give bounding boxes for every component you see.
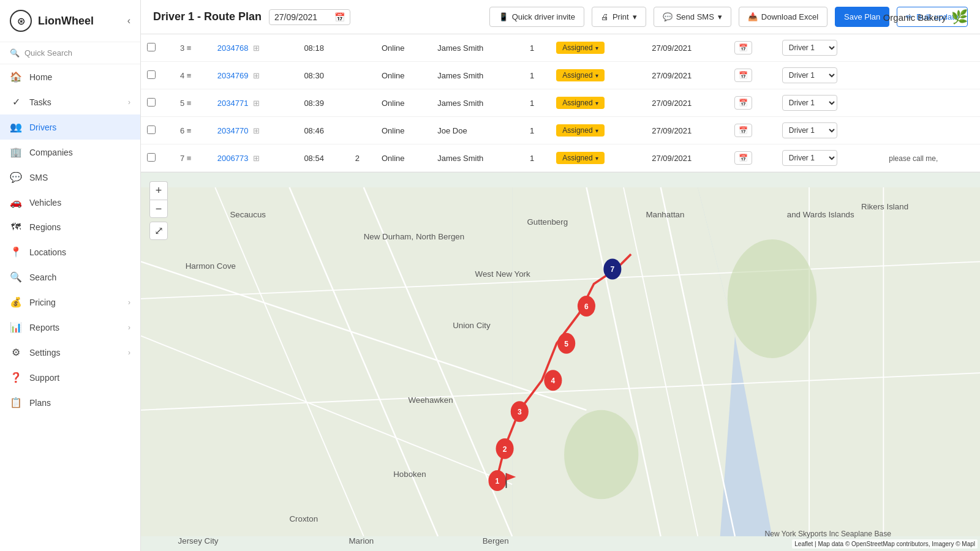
load-count-cell: 2 xyxy=(349,144,375,172)
route-table-section: 3 ≡ 2034768 ⊞ 08:18 Online James Smith 1… xyxy=(141,34,980,173)
row-calendar-button[interactable]: 📅 xyxy=(734,41,752,54)
calendar-icon[interactable]: 📅 xyxy=(334,12,345,22)
sidebar-item-locations[interactable]: 📍 Locations xyxy=(0,239,140,264)
companies-icon: 🏢 xyxy=(10,146,22,158)
row-calendar-button[interactable]: 📅 xyxy=(734,151,752,165)
row-checkbox[interactable] xyxy=(147,98,156,107)
driver-select[interactable]: Driver 1 xyxy=(782,40,837,56)
assigned-badge[interactable]: Assigned ▾ xyxy=(556,42,604,54)
print-icon: 🖨 xyxy=(601,12,609,21)
sidebar-label-support: Support xyxy=(29,373,59,383)
sidebar-item-regions[interactable]: 🗺 Regions xyxy=(0,215,140,239)
row-checkbox[interactable] xyxy=(147,126,156,134)
table-row: 7 ≡ 2006773 ⊞ 08:54 2 Online James Smith… xyxy=(141,144,980,172)
badge-chevron-icon: ▾ xyxy=(595,100,598,107)
map-svg: 1 2 3 4 5 xyxy=(141,173,980,551)
download-excel-button[interactable]: 📥 Download Excel xyxy=(739,7,827,27)
task-link[interactable]: 2034771 xyxy=(217,99,249,108)
assigned-badge[interactable]: Assigned ▾ xyxy=(556,124,604,137)
assigned-status-cell[interactable]: Assigned ▾ xyxy=(550,117,646,144)
date-cal-btn-cell[interactable]: 📅 xyxy=(728,62,776,89)
chevron-right-icon: › xyxy=(128,323,130,332)
svg-text:and Wards Islands: and Wards Islands xyxy=(787,210,854,219)
svg-text:Harmon Cove: Harmon Cove xyxy=(186,261,236,271)
svg-text:Secaucus: Secaucus xyxy=(230,210,266,219)
row-calendar-button[interactable]: 📅 xyxy=(734,124,752,137)
task-link[interactable]: 2034769 xyxy=(217,71,249,80)
load-count-cell xyxy=(349,89,375,117)
sidebar-item-vehicles[interactable]: 🚗 Vehicles xyxy=(0,190,140,215)
task-link[interactable]: 2006773 xyxy=(217,154,249,163)
driver-cell[interactable]: Driver 1 xyxy=(776,89,883,117)
assigned-status-cell[interactable]: Assigned ▾ xyxy=(550,34,646,62)
date-cal-btn-cell[interactable]: 📅 xyxy=(728,34,776,62)
sidebar-label-companies: Companies xyxy=(29,148,73,157)
send-sms-button[interactable]: 💬 Send SMS ▾ xyxy=(654,7,731,27)
assigned-badge[interactable]: Assigned ▾ xyxy=(556,97,604,109)
row-checkbox[interactable] xyxy=(147,153,156,162)
save-plan-button[interactable]: Save Plan xyxy=(835,7,889,27)
driver-cell[interactable]: Driver 1 xyxy=(776,34,883,62)
sidebar-item-reports[interactable]: 📊 Reports › xyxy=(0,315,140,340)
quick-search[interactable]: 🔍 Quick Search xyxy=(0,42,140,64)
note-cell: please call me, xyxy=(883,144,980,172)
task-link[interactable]: 2034770 xyxy=(217,126,249,135)
quick-driver-invite-button[interactable]: 📱 Quick driver invite xyxy=(489,7,584,27)
load-cell: 1 xyxy=(524,89,550,117)
load-cell: 1 xyxy=(524,62,550,89)
assigned-badge[interactable]: Assigned ▾ xyxy=(556,69,604,81)
assigned-status-cell[interactable]: Assigned ▾ xyxy=(550,89,646,117)
date-cal-btn-cell[interactable]: 📅 xyxy=(728,144,776,172)
sidebar-item-sms[interactable]: 💬 SMS xyxy=(0,165,140,190)
svg-text:Manhattan: Manhattan xyxy=(646,210,684,219)
note-cell xyxy=(883,34,980,62)
sidebar: ⊛ LionWheel ‹ 🔍 Quick Search 🏠 Home ✓ Ta… xyxy=(0,0,141,551)
sidebar-item-support[interactable]: ❓ Support xyxy=(0,365,140,390)
driver-cell[interactable]: Driver 1 xyxy=(776,62,883,89)
sidebar-item-home[interactable]: 🏠 Home xyxy=(0,64,140,89)
print-button[interactable]: 🖨 Print ▾ xyxy=(592,7,646,27)
home-icon: 🏠 xyxy=(10,71,22,83)
sms-icon: 💬 xyxy=(10,171,22,183)
assigned-status-cell[interactable]: Assigned ▾ xyxy=(550,144,646,172)
zoom-in-button[interactable]: + xyxy=(149,181,168,200)
expand-map-button[interactable]: ⤢ xyxy=(149,222,168,240)
date-cal-btn-cell[interactable]: 📅 xyxy=(728,117,776,144)
driver-select[interactable]: Driver 1 xyxy=(782,122,837,138)
row-calendar-button[interactable]: 📅 xyxy=(734,69,752,82)
date-picker[interactable]: 📅 xyxy=(269,9,350,25)
sidebar-label-search: Search xyxy=(29,272,56,282)
assigned-badge[interactable]: Assigned ▾ xyxy=(556,152,604,164)
sidebar-item-pricing[interactable]: 💰 Pricing › xyxy=(0,290,140,315)
sidebar-label-tasks: Tasks xyxy=(29,97,51,107)
reports-icon: 📊 xyxy=(10,321,22,333)
sidebar-item-drivers[interactable]: 👥 Drivers xyxy=(0,114,140,140)
task-link[interactable]: 2034768 xyxy=(217,43,249,53)
sidebar-label-settings: Settings xyxy=(29,348,61,358)
sidebar-item-tasks[interactable]: ✓ Tasks › xyxy=(0,89,140,114)
driver-cell[interactable]: Driver 1 xyxy=(776,117,883,144)
contact-cell: James Smith xyxy=(431,144,524,172)
assigned-status-cell[interactable]: Assigned ▾ xyxy=(550,62,646,89)
content-area: 3 ≡ 2034768 ⊞ 08:18 Online James Smith 1… xyxy=(141,34,980,551)
vehicles-icon: 🚗 xyxy=(10,197,22,208)
driver-select[interactable]: Driver 1 xyxy=(782,95,837,111)
svg-text:1: 1 xyxy=(496,477,500,485)
sidebar-item-companies[interactable]: 🏢 Companies xyxy=(0,140,140,165)
driver-select[interactable]: Driver 1 xyxy=(782,67,837,83)
driver-cell[interactable]: Driver 1 xyxy=(776,144,883,172)
sidebar-item-plans[interactable]: 📋 Plans xyxy=(0,390,140,415)
row-checkbox[interactable] xyxy=(147,70,156,79)
row-checkbox[interactable] xyxy=(147,43,156,51)
svg-text:West New York: West New York xyxy=(475,269,530,279)
date-cal-btn-cell[interactable]: 📅 xyxy=(728,89,776,117)
row-calendar-button[interactable]: 📅 xyxy=(734,96,752,110)
map-section: 1 2 3 4 5 xyxy=(141,173,980,551)
zoom-out-button[interactable]: − xyxy=(149,200,168,218)
sidebar-item-settings[interactable]: ⚙ Settings › xyxy=(0,340,140,365)
sidebar-item-search[interactable]: 🔍 Search xyxy=(0,264,140,290)
driver-select[interactable]: Driver 1 xyxy=(782,150,837,166)
date-input[interactable] xyxy=(274,12,330,22)
time-cell: 08:39 xyxy=(298,89,349,117)
sidebar-collapse-button[interactable]: ‹ xyxy=(127,15,130,26)
